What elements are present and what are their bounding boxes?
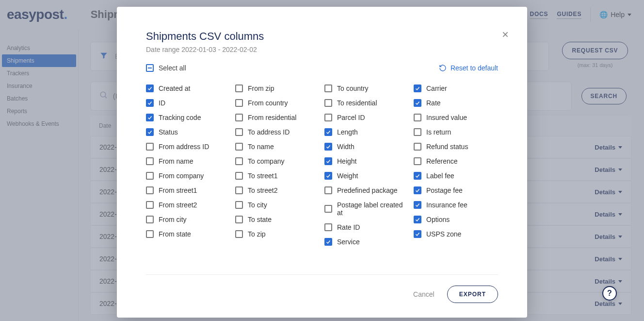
column-option-label: Postage fee	[426, 186, 463, 194]
column-option-postage-label-created-at[interactable]: Postage label created at	[324, 201, 409, 217]
column-option-height[interactable]: Height	[324, 157, 409, 165]
checkbox-icon	[414, 216, 421, 223]
column-option-to-zip[interactable]: To zip	[235, 230, 320, 238]
column-option-to-address-id[interactable]: To address ID	[235, 128, 320, 136]
column-option-from-company[interactable]: From company	[146, 172, 230, 180]
close-button[interactable]	[502, 30, 509, 40]
checkbox-icon	[235, 128, 243, 136]
column-option-from-state[interactable]: From state	[146, 230, 230, 238]
column-option-label: Length	[337, 128, 358, 136]
column-option-from-address-id[interactable]: From address ID	[146, 143, 230, 151]
column-option-insured-value[interactable]: Insured value	[414, 114, 498, 121]
column-option-label: From residential	[248, 114, 296, 121]
column-option-label: Rate	[426, 99, 441, 107]
indeterminate-checkbox-icon	[146, 64, 154, 72]
column-option-to-country[interactable]: To country	[324, 84, 409, 92]
checkbox-icon	[235, 157, 243, 165]
column-option-label: From state	[159, 230, 191, 238]
checkbox-icon	[414, 157, 421, 165]
column-option-options[interactable]: Options	[414, 216, 498, 223]
column-option-predefined-package[interactable]: Predefined package	[324, 186, 409, 194]
column-option-from-street1[interactable]: From street1	[146, 186, 230, 194]
column-option-label: Postage label created at	[337, 201, 409, 217]
column-option-from-name[interactable]: From name	[146, 157, 230, 165]
column-option-label: Insured value	[426, 114, 467, 121]
checkbox-icon	[146, 172, 154, 180]
checkbox-icon	[414, 114, 421, 121]
column-option-label: To street2	[248, 186, 277, 194]
column-option-reference[interactable]: Reference	[414, 157, 498, 165]
checkbox-icon	[414, 143, 421, 151]
checkbox-icon	[414, 128, 421, 136]
column-option-label: Parcel ID	[337, 114, 365, 121]
column-option-label: ID	[159, 99, 165, 107]
column-option-label: To name	[248, 143, 274, 151]
checkbox-icon	[414, 172, 421, 180]
checkbox-icon	[324, 238, 332, 246]
column-option-weight[interactable]: Weight	[324, 172, 409, 180]
column-option-to-residential[interactable]: To residential	[324, 99, 409, 107]
column-option-label: To country	[337, 84, 369, 92]
column-option-rate-id[interactable]: Rate ID	[324, 223, 409, 231]
column-option-to-city[interactable]: To city	[235, 201, 320, 209]
export-button[interactable]: EXPORT	[447, 286, 498, 303]
column-option-width[interactable]: Width	[324, 143, 409, 151]
column-option-to-company[interactable]: To company	[235, 157, 320, 165]
column-option-label: Status	[159, 128, 178, 136]
column-option-carrier[interactable]: Carrier	[414, 84, 498, 92]
column-option-is-return[interactable]: Is return	[414, 128, 498, 136]
column-option-label: From address ID	[159, 143, 209, 151]
column-option-label: Width	[337, 143, 354, 151]
column-option-refund-status[interactable]: Refund status	[414, 143, 498, 151]
column-option-label: From zip	[248, 84, 274, 92]
checkbox-icon	[146, 114, 154, 121]
checkbox-icon	[414, 230, 421, 238]
column-option-to-name[interactable]: To name	[235, 143, 320, 151]
column-option-label: Label fee	[426, 172, 454, 180]
checkbox-icon	[235, 99, 243, 107]
checkbox-icon	[235, 172, 243, 180]
floating-help-button[interactable]: ?	[602, 286, 617, 301]
column-option-rate[interactable]: Rate	[414, 99, 498, 107]
column-option-length[interactable]: Length	[324, 128, 409, 136]
cancel-button[interactable]: Cancel	[413, 290, 435, 298]
column-option-postage-fee[interactable]: Postage fee	[414, 186, 498, 194]
column-option-to-street2[interactable]: To street2	[235, 186, 320, 194]
column-option-label-fee[interactable]: Label fee	[414, 172, 498, 180]
column-option-to-street1[interactable]: To street1	[235, 172, 320, 180]
column-option-to-state[interactable]: To state	[235, 216, 320, 223]
column-option-label: Carrier	[426, 84, 447, 92]
column-option-tracking-code[interactable]: Tracking code	[146, 114, 230, 121]
column-option-id[interactable]: ID	[146, 99, 230, 107]
column-option-from-country[interactable]: From country	[235, 99, 320, 107]
select-all-toggle[interactable]: Select all	[146, 64, 186, 72]
column-option-created-at[interactable]: Created at	[146, 84, 230, 92]
column-option-service[interactable]: Service	[324, 238, 409, 246]
column-option-label: Refund status	[426, 143, 468, 151]
checkbox-icon	[235, 201, 243, 209]
checkbox-icon	[324, 223, 332, 231]
column-option-usps-zone[interactable]: USPS zone	[414, 230, 498, 238]
column-option-status[interactable]: Status	[146, 128, 230, 136]
checkbox-icon	[235, 216, 243, 223]
column-option-parcel-id[interactable]: Parcel ID	[324, 114, 409, 121]
column-option-from-residential[interactable]: From residential	[235, 114, 320, 121]
column-option-label: Reference	[426, 157, 458, 165]
checkbox-icon	[235, 230, 243, 238]
column-option-from-zip[interactable]: From zip	[235, 84, 320, 92]
column-option-insurance-fee[interactable]: Insurance fee	[414, 201, 498, 209]
column-option-label: From country	[248, 99, 288, 107]
checkbox-icon	[235, 143, 243, 151]
column-option-label: Height	[337, 157, 356, 165]
checkbox-icon	[324, 172, 332, 180]
checkbox-icon	[324, 114, 332, 121]
column-option-label: From company	[159, 172, 204, 180]
column-option-from-city[interactable]: From city	[146, 216, 230, 223]
modal-subtitle: Date range 2022-01-03 - 2022-02-02	[146, 46, 498, 53]
checkbox-icon	[146, 99, 154, 107]
checkbox-icon	[324, 143, 332, 151]
checkbox-icon	[146, 186, 154, 194]
reset-to-default-button[interactable]: Reset to default	[439, 64, 498, 72]
column-option-from-street2[interactable]: From street2	[146, 201, 230, 209]
column-option-label: To residential	[337, 99, 377, 107]
